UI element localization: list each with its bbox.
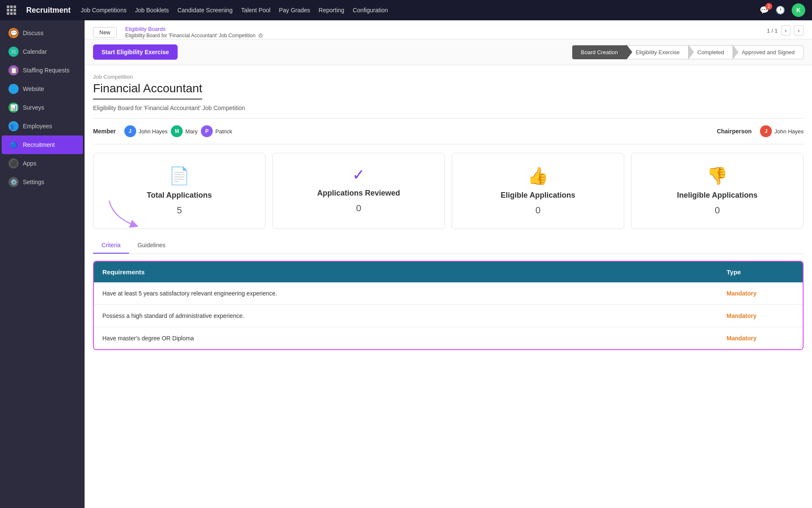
nav-reporting[interactable]: Reporting [318,7,344,14]
req-text-2: Have master's degree OR Diploma [94,327,718,350]
table-row: Have master's degree OR Diploma Mandator… [94,327,803,350]
req-type-2: Mandatory [718,327,803,350]
brand-name: Recruitment [26,6,71,15]
member-chips: J John Hayes M Mary P Patrick [124,125,708,137]
step-approved-signed[interactable]: Approved and Signed [733,45,804,59]
req-text-1: Possess a high standard of administrativ… [94,305,718,327]
top-nav-links: Job Competitions Job Booklets Candidate … [81,7,388,14]
page-header: New Eligibility Boards Eligibility Board… [85,20,812,39]
step-completed[interactable]: Completed [689,45,733,59]
nav-pay-grades[interactable]: Pay Grades [279,7,310,14]
topnav-right: 💬 2 🕐 K [760,3,805,17]
stat-card-ineligible: 👎 Ineligible Applications 0 [631,153,804,229]
members-row: Member J John Hayes M Mary P Patrick [93,125,804,144]
top-navigation: Recruitment Job Competitions Job Booklet… [0,0,812,20]
nav-candidate-screening[interactable]: Candidate Screening [177,7,233,14]
member-chip-mary: M Mary [171,125,198,137]
reviewed-icon: ✓ [352,166,365,184]
notification-badge: 2 [765,3,772,10]
tab-guidelines[interactable]: Guidelines [129,237,174,254]
calendar-icon: 31 [8,47,19,57]
total-apps-icon: 📄 [169,166,190,186]
stepper: Board Creation Eligibility Exercise Comp… [572,45,804,59]
req-text-0: Have at least 5 years satisfactory relev… [94,282,718,305]
apps-icon: ⬛ [8,158,19,168]
user-avatar[interactable]: K [792,3,805,17]
nav-talent-pool[interactable]: Talent Pool [241,7,270,14]
clock-icon[interactable]: 🕐 [776,6,785,15]
sidebar: 💬 Discuss 31 Calendar 📋 Staffing Request… [0,20,85,508]
sidebar-item-discuss[interactable]: 💬 Discuss [2,24,83,42]
stat-title-reviewed: Applications Reviewed [317,189,400,198]
eligible-icon: 👍 [527,166,549,186]
employees-icon: 👥 [8,121,19,131]
pagination-prev[interactable]: ‹ [781,25,791,36]
discuss-icon: 💬 [8,28,19,38]
member-chip-john: J John Hayes [124,125,168,137]
website-icon: 🌐 [8,84,19,94]
member-avatar-john: J [124,125,136,137]
new-button[interactable]: New [93,27,117,38]
staffing-icon: 📋 [8,65,19,75]
chat-icon[interactable]: 💬 2 [760,6,769,15]
member-label: Member [93,128,116,135]
stats-grid: 📄 Total Applications 5 ✓ Applications Re… [93,153,804,229]
chairperson-avatar: J [760,125,772,137]
sidebar-item-employees[interactable]: 👥 Employees [2,117,83,135]
sidebar-label-website: Website [23,86,44,92]
board-description: Eligibility Board for 'Financial Account… [93,105,804,119]
start-eligibility-button[interactable]: Start Eligibility Exercise [93,44,178,60]
nav-job-booklets[interactable]: Job Booklets [135,7,169,14]
stat-value-eligible: 0 [535,205,540,216]
breadcrumb-sub: Eligibility Board for 'Financial Account… [125,32,263,39]
sidebar-label-settings: Settings [23,179,44,185]
tabs: Criteria Guidelines [93,237,804,254]
sidebar-item-recruitment[interactable]: 🔵 Recruitment [2,135,83,154]
app-grid-icon[interactable] [7,6,16,15]
sidebar-item-surveys[interactable]: 📊 Surveys [2,98,83,117]
job-label: Job Competition [93,74,804,80]
breadcrumb-link[interactable]: Eligibility Boards [125,26,263,32]
stat-title-total: Total Applications [147,191,212,200]
recruitment-icon: 🔵 [8,140,19,150]
col-header-requirements: Requirements [94,262,718,282]
step-board-creation[interactable]: Board Creation [572,45,627,59]
sidebar-item-staffing-requests[interactable]: 📋 Staffing Requests [2,61,83,80]
member-name-john: John Hayes [139,128,168,135]
nav-configuration[interactable]: Configuration [353,7,388,14]
sidebar-label-recruitment: Recruitment [23,141,55,148]
member-avatar-patrick: P [201,125,213,137]
step-eligibility-exercise[interactable]: Eligibility Exercise [627,45,689,59]
stat-title-eligible: Eligible Applications [501,191,575,200]
table-row: Have at least 5 years satisfactory relev… [94,282,803,305]
stat-value-reviewed: 0 [356,203,361,214]
sidebar-label-employees: Employees [23,123,52,130]
requirements-table: Requirements Type Have at least 5 years … [94,262,803,349]
stat-card-reviewed: ✓ Applications Reviewed 0 [272,153,445,229]
member-name-patrick: Patrick [215,128,232,135]
sidebar-label-surveys: Surveys [23,104,44,111]
main-content: New Eligibility Boards Eligibility Board… [85,20,812,508]
pagination-info: 1 / 1 [767,28,777,34]
chairperson-name: John Hayes [774,128,804,135]
chairperson-label: Chairperson [717,128,752,135]
ineligible-icon: 👎 [707,166,728,186]
col-header-type: Type [718,262,803,282]
sidebar-label-apps: Apps [23,160,36,167]
stat-card-total: 📄 Total Applications 5 [93,153,266,229]
sidebar-item-calendar[interactable]: 31 Calendar [2,42,83,61]
member-name-mary: Mary [185,128,198,135]
settings-icon: ⚙️ [8,177,19,187]
stat-title-ineligible: Ineligible Applications [677,191,757,200]
sidebar-item-settings[interactable]: ⚙️ Settings [2,173,83,191]
pagination-next[interactable]: › [794,25,804,36]
req-type-0: Mandatory [718,282,803,305]
gear-icon[interactable]: ⚙ [258,32,263,39]
tab-criteria[interactable]: Criteria [93,237,129,254]
sidebar-item-apps[interactable]: ⬛ Apps [2,154,83,173]
sidebar-item-website[interactable]: 🌐 Website [2,80,83,98]
breadcrumb-area: Eligibility Boards Eligibility Board for… [125,26,263,39]
nav-job-competitions[interactable]: Job Competitions [81,7,126,14]
stat-value-total: 5 [177,205,182,216]
chairperson-chip: J John Hayes [760,125,804,137]
